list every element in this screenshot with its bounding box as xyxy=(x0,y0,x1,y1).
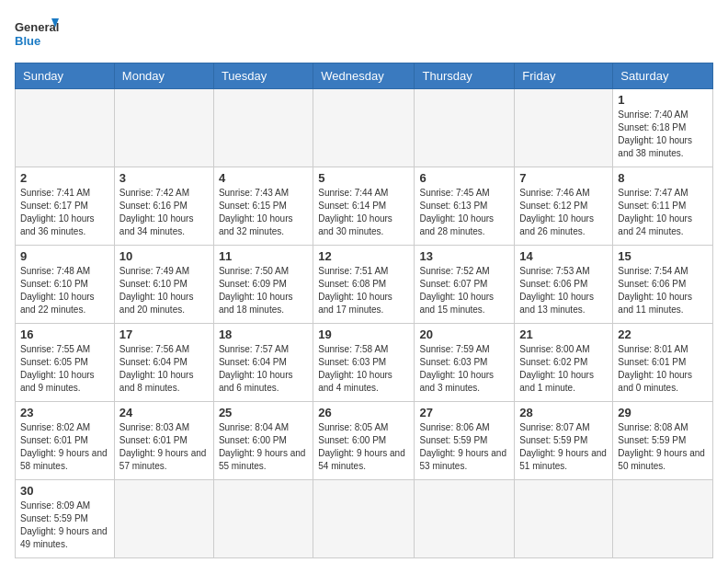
day-info: Sunrise: 7:53 AMSunset: 6:06 PMDaylight:… xyxy=(519,266,594,315)
week-row-4: 16Sunrise: 7:55 AMSunset: 6:05 PMDayligh… xyxy=(16,324,713,402)
day-info: Sunrise: 8:05 AMSunset: 6:00 PMDaylight:… xyxy=(318,422,405,471)
calendar-cell-2-4: 5Sunrise: 7:44 AMSunset: 6:14 PMDaylight… xyxy=(313,167,415,246)
calendar-cell-1-6 xyxy=(515,89,613,167)
day-number: 18 xyxy=(219,327,308,341)
day-info: Sunrise: 8:04 AMSunset: 6:00 PMDaylight:… xyxy=(219,422,306,471)
calendar-cell-3-2: 10Sunrise: 7:49 AMSunset: 6:10 PMDayligh… xyxy=(114,246,213,324)
day-info: Sunrise: 7:55 AMSunset: 6:05 PMDaylight:… xyxy=(20,344,95,393)
calendar-cell-4-5: 20Sunrise: 7:59 AMSunset: 6:03 PMDayligh… xyxy=(415,324,515,402)
day-info: Sunrise: 8:02 AMSunset: 6:01 PMDaylight:… xyxy=(20,422,108,471)
calendar-cell-4-6: 21Sunrise: 8:00 AMSunset: 6:02 PMDayligh… xyxy=(515,324,613,402)
calendar-cell-5-5: 27Sunrise: 8:06 AMSunset: 5:59 PMDayligh… xyxy=(415,402,515,480)
day-info: Sunrise: 7:43 AMSunset: 6:15 PMDaylight:… xyxy=(219,188,293,236)
weekday-header-row: Sunday Monday Tuesday Wednesday Thursday… xyxy=(16,63,713,89)
calendar-cell-5-4: 26Sunrise: 8:05 AMSunset: 6:00 PMDayligh… xyxy=(313,402,415,480)
day-info: Sunrise: 7:40 AMSunset: 6:18 PMDaylight:… xyxy=(618,109,692,158)
day-info: Sunrise: 7:42 AMSunset: 6:16 PMDaylight:… xyxy=(119,188,194,236)
calendar-cell-3-5: 13Sunrise: 7:52 AMSunset: 6:07 PMDayligh… xyxy=(415,246,515,324)
calendar-cell-3-7: 15Sunrise: 7:54 AMSunset: 6:06 PMDayligh… xyxy=(613,246,713,324)
day-number: 30 xyxy=(20,484,109,498)
day-info: Sunrise: 7:50 AMSunset: 6:09 PMDaylight:… xyxy=(219,266,293,315)
calendar-cell-6-1: 30Sunrise: 8:09 AMSunset: 5:59 PMDayligh… xyxy=(16,480,115,558)
day-number: 16 xyxy=(20,327,109,341)
calendar-cell-6-4 xyxy=(313,480,415,558)
day-number: 27 xyxy=(419,406,509,419)
day-number: 5 xyxy=(318,171,409,185)
day-number: 17 xyxy=(119,327,209,341)
day-number: 8 xyxy=(618,171,708,185)
day-info: Sunrise: 8:01 AMSunset: 6:01 PMDaylight:… xyxy=(618,344,692,393)
day-number: 14 xyxy=(519,249,608,263)
day-info: Sunrise: 7:52 AMSunset: 6:07 PMDaylight:… xyxy=(419,266,494,315)
calendar-table: Sunday Monday Tuesday Wednesday Thursday… xyxy=(15,63,713,558)
day-number: 26 xyxy=(318,406,409,419)
day-number: 1 xyxy=(618,93,708,107)
header-saturday: Saturday xyxy=(613,63,713,89)
calendar-cell-5-6: 28Sunrise: 8:07 AMSunset: 5:59 PMDayligh… xyxy=(515,402,613,480)
calendar-cell-3-4: 12Sunrise: 7:51 AMSunset: 6:08 PMDayligh… xyxy=(313,246,415,324)
svg-text:Blue: Blue xyxy=(15,34,40,48)
day-number: 28 xyxy=(519,406,608,419)
calendar-cell-2-3: 4Sunrise: 7:43 AMSunset: 6:15 PMDaylight… xyxy=(213,167,313,246)
day-info: Sunrise: 7:58 AMSunset: 6:03 PMDaylight:… xyxy=(318,344,392,393)
calendar-cell-6-7 xyxy=(613,480,713,558)
day-info: Sunrise: 8:03 AMSunset: 6:01 PMDaylight:… xyxy=(119,422,207,471)
day-number: 2 xyxy=(20,171,109,185)
calendar-body: 1Sunrise: 7:40 AMSunset: 6:18 PMDaylight… xyxy=(16,89,713,558)
header-thursday: Thursday xyxy=(415,63,515,89)
calendar-cell-5-7: 29Sunrise: 8:08 AMSunset: 5:59 PMDayligh… xyxy=(613,402,713,480)
day-info: Sunrise: 7:41 AMSunset: 6:17 PMDaylight:… xyxy=(20,188,95,236)
day-info: Sunrise: 7:57 AMSunset: 6:04 PMDaylight:… xyxy=(219,344,293,393)
calendar-cell-6-5 xyxy=(415,480,515,558)
day-info: Sunrise: 8:06 AMSunset: 5:59 PMDaylight:… xyxy=(419,422,506,471)
header-friday: Friday xyxy=(515,63,613,89)
calendar-cell-4-7: 22Sunrise: 8:01 AMSunset: 6:01 PMDayligh… xyxy=(613,324,713,402)
header-monday: Monday xyxy=(114,63,213,89)
calendar-cell-6-6 xyxy=(515,480,613,558)
day-number: 24 xyxy=(119,406,209,419)
calendar-cell-2-6: 7Sunrise: 7:46 AMSunset: 6:12 PMDaylight… xyxy=(515,167,613,246)
calendar-cell-3-1: 9Sunrise: 7:48 AMSunset: 6:10 PMDaylight… xyxy=(16,246,115,324)
day-info: Sunrise: 7:49 AMSunset: 6:10 PMDaylight:… xyxy=(119,266,194,315)
day-number: 15 xyxy=(618,249,708,263)
day-info: Sunrise: 7:46 AMSunset: 6:12 PMDaylight:… xyxy=(519,188,594,236)
week-row-1: 1Sunrise: 7:40 AMSunset: 6:18 PMDaylight… xyxy=(16,89,713,167)
day-info: Sunrise: 7:45 AMSunset: 6:13 PMDaylight:… xyxy=(419,188,494,236)
svg-text:General: General xyxy=(15,20,59,34)
week-row-2: 2Sunrise: 7:41 AMSunset: 6:17 PMDaylight… xyxy=(16,167,713,246)
calendar-cell-3-6: 14Sunrise: 7:53 AMSunset: 6:06 PMDayligh… xyxy=(515,246,613,324)
day-number: 23 xyxy=(20,406,109,419)
day-info: Sunrise: 7:54 AMSunset: 6:06 PMDaylight:… xyxy=(618,266,692,315)
week-row-5: 23Sunrise: 8:02 AMSunset: 6:01 PMDayligh… xyxy=(16,402,713,480)
day-number: 13 xyxy=(419,249,509,263)
day-number: 6 xyxy=(419,171,509,185)
day-info: Sunrise: 7:59 AMSunset: 6:03 PMDaylight:… xyxy=(419,344,494,393)
calendar-cell-4-1: 16Sunrise: 7:55 AMSunset: 6:05 PMDayligh… xyxy=(16,324,115,402)
header-sunday: Sunday xyxy=(16,63,115,89)
day-number: 3 xyxy=(119,171,209,185)
calendar-cell-1-7: 1Sunrise: 7:40 AMSunset: 6:18 PMDaylight… xyxy=(613,89,713,167)
day-number: 29 xyxy=(618,406,708,419)
calendar-cell-3-3: 11Sunrise: 7:50 AMSunset: 6:09 PMDayligh… xyxy=(213,246,313,324)
day-number: 19 xyxy=(318,327,409,341)
day-info: Sunrise: 8:00 AMSunset: 6:02 PMDaylight:… xyxy=(519,344,594,393)
day-info: Sunrise: 7:44 AMSunset: 6:14 PMDaylight:… xyxy=(318,188,392,236)
day-info: Sunrise: 7:51 AMSunset: 6:08 PMDaylight:… xyxy=(318,266,392,315)
calendar-cell-1-2 xyxy=(114,89,213,167)
calendar-cell-2-7: 8Sunrise: 7:47 AMSunset: 6:11 PMDaylight… xyxy=(613,167,713,246)
day-number: 10 xyxy=(119,249,209,263)
calendar-cell-5-3: 25Sunrise: 8:04 AMSunset: 6:00 PMDayligh… xyxy=(213,402,313,480)
day-number: 7 xyxy=(519,171,608,185)
calendar-cell-5-1: 23Sunrise: 8:02 AMSunset: 6:01 PMDayligh… xyxy=(16,402,115,480)
day-info: Sunrise: 7:47 AMSunset: 6:11 PMDaylight:… xyxy=(618,188,692,236)
logo-svg: General Blue xyxy=(15,15,61,55)
calendar-cell-4-2: 17Sunrise: 7:56 AMSunset: 6:04 PMDayligh… xyxy=(114,324,213,402)
day-number: 4 xyxy=(219,171,308,185)
week-row-6: 30Sunrise: 8:09 AMSunset: 5:59 PMDayligh… xyxy=(16,480,713,558)
week-row-3: 9Sunrise: 7:48 AMSunset: 6:10 PMDaylight… xyxy=(16,246,713,324)
calendar-cell-2-2: 3Sunrise: 7:42 AMSunset: 6:16 PMDaylight… xyxy=(114,167,213,246)
calendar-cell-6-3 xyxy=(213,480,313,558)
calendar-cell-4-3: 18Sunrise: 7:57 AMSunset: 6:04 PMDayligh… xyxy=(213,324,313,402)
calendar-cell-1-3 xyxy=(213,89,313,167)
day-number: 12 xyxy=(318,249,409,263)
